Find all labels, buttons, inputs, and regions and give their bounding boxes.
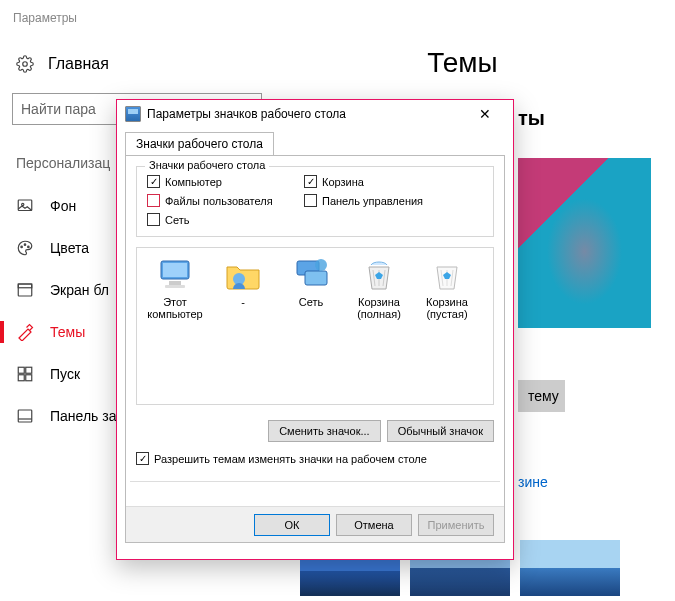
checkbox-label: Компьютер (165, 176, 222, 188)
svg-rect-9 (26, 367, 32, 373)
svg-rect-17 (165, 285, 185, 288)
icon-cell-this-pc[interactable]: Этот компьютер (141, 256, 209, 320)
theme-button-label: тему (528, 388, 559, 404)
sidebar-item-label: Экран бл (50, 282, 109, 298)
dialog-system-icon (125, 106, 141, 122)
checkbox-icon (136, 452, 149, 465)
svg-point-5 (28, 246, 30, 248)
svg-rect-7 (18, 284, 32, 288)
sidebar-item-label: Темы (50, 324, 85, 340)
divider (130, 481, 500, 482)
sidebar-item-home[interactable]: Главная (12, 49, 278, 79)
themes-icon (16, 323, 34, 341)
dialog-title: Параметры значков рабочего стола (147, 107, 465, 121)
computer-icon (155, 256, 195, 294)
svg-point-3 (21, 246, 23, 248)
close-icon[interactable]: ✕ (465, 106, 505, 122)
sidebar-item-label: Цвета (50, 240, 89, 256)
checkbox-label: Файлы пользователя (165, 195, 273, 207)
cancel-button[interactable]: Отмена (336, 514, 412, 536)
user-folder-icon (223, 256, 263, 294)
checkbox-network[interactable]: Сеть (147, 213, 304, 226)
svg-rect-15 (163, 263, 187, 277)
checkbox-label: Корзина (322, 176, 364, 188)
theme-save-button[interactable]: тему (518, 380, 565, 412)
svg-rect-20 (305, 271, 327, 285)
icon-cell-user[interactable]: - (209, 256, 277, 320)
change-icon-button[interactable]: Сменить значок... (268, 420, 381, 442)
gear-icon (16, 55, 34, 73)
dialog-titlebar[interactable]: Параметры значков рабочего стола ✕ (117, 100, 513, 128)
group-title: Значки рабочего стола (145, 159, 269, 171)
sidebar-item-label: Фон (50, 198, 76, 214)
page-title: Темы (250, 47, 675, 79)
icon-label: Корзина (пустая) (413, 296, 481, 320)
app-title: Параметры (0, 0, 675, 25)
checkbox-icon (304, 175, 317, 188)
checkbox-icon (304, 194, 317, 207)
taskbar-icon (16, 407, 34, 425)
lockscreen-icon (16, 281, 34, 299)
start-icon (16, 365, 34, 383)
svg-rect-10 (18, 375, 24, 381)
icon-preview-grid: Этот компьютер - Сеть (136, 247, 494, 405)
search-placeholder: Найти пара (21, 101, 96, 117)
ok-button[interactable]: ОК (254, 514, 330, 536)
home-label: Главная (48, 55, 109, 73)
checkbox-icon (147, 175, 160, 188)
theme-thumbnail[interactable] (520, 540, 620, 596)
default-icon-button[interactable]: Обычный значок (387, 420, 494, 442)
icon-label: Корзина (полная) (345, 296, 413, 320)
svg-rect-16 (169, 281, 181, 285)
checkbox-control-panel[interactable]: Панель управления (304, 194, 483, 207)
checkbox-label: Панель управления (322, 195, 423, 207)
sidebar-item-label: Пуск (50, 366, 80, 382)
checkbox-user-files[interactable]: Файлы пользователя (147, 194, 304, 207)
checkbox-computer[interactable]: Компьютер (147, 175, 304, 188)
svg-point-21 (315, 259, 327, 271)
checkbox-recycle[interactable]: Корзина (304, 175, 483, 188)
svg-rect-6 (18, 284, 32, 296)
apply-button[interactable]: Применить (418, 514, 494, 536)
icon-label: Этот компьютер (141, 296, 209, 320)
svg-point-0 (23, 62, 28, 67)
checkbox-icon (147, 194, 160, 207)
network-icon (291, 256, 331, 294)
svg-rect-11 (26, 375, 32, 381)
icon-label: Сеть (277, 296, 345, 308)
tab-panel: Значки рабочего стола Компьютер Корзина … (125, 155, 505, 543)
svg-point-4 (24, 244, 26, 246)
icon-cell-bin-empty[interactable]: Корзина (пустая) (413, 256, 481, 320)
picture-icon (16, 197, 34, 215)
svg-rect-12 (18, 410, 32, 422)
checkbox-label: Разрешить темам изменять значки на рабоч… (154, 453, 427, 465)
icon-cell-network[interactable]: Сеть (277, 256, 345, 320)
desktop-icons-group: Значки рабочего стола Компьютер Корзина … (136, 166, 494, 237)
icon-cell-bin-full[interactable]: Корзина (полная) (345, 256, 413, 320)
palette-icon (16, 239, 34, 257)
checkbox-label: Сеть (165, 214, 189, 226)
recycle-bin-full-icon (359, 256, 399, 294)
sidebar-item-label: Панель за (50, 408, 116, 424)
truncated-header: ты (518, 107, 545, 130)
recycle-bin-empty-icon (427, 256, 467, 294)
icon-label: - (209, 296, 277, 308)
theme-preview-image (518, 158, 651, 328)
svg-rect-8 (18, 367, 24, 373)
store-link-fragment[interactable]: зине (518, 474, 548, 490)
checkbox-icon (147, 213, 160, 226)
tab-desktop-icons[interactable]: Значки рабочего стола (125, 132, 274, 155)
dialog-button-bar: ОК Отмена Применить (126, 506, 504, 542)
desktop-icons-dialog: Параметры значков рабочего стола ✕ Значк… (116, 99, 514, 560)
checkbox-allow-themes[interactable]: Разрешить темам изменять значки на рабоч… (136, 452, 427, 465)
